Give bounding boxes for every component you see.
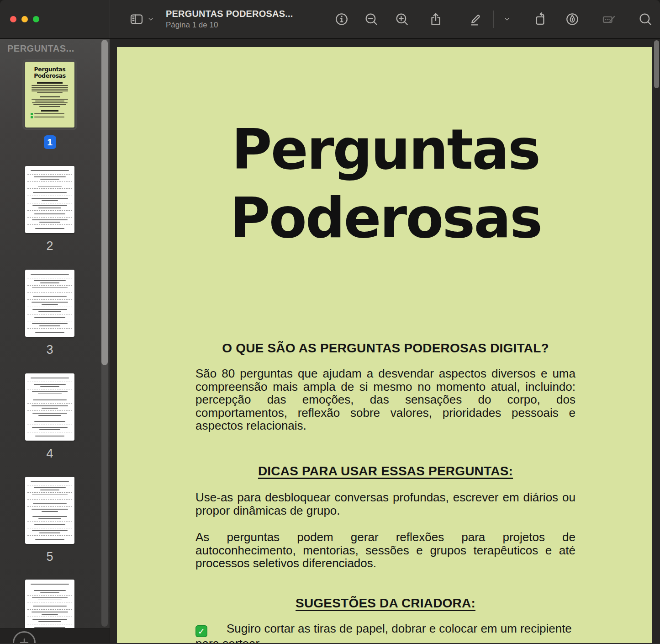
sidebar-chevron-down-icon[interactable]: [146, 9, 156, 29]
rotate-icon[interactable]: [533, 9, 549, 29]
selected-page-badge: 1: [44, 135, 56, 149]
pdf-page-1[interactable]: Perguntas Poderosas O QUE SÃO AS PERGUNT…: [117, 47, 652, 643]
sidebar-scrollbar-thumb[interactable]: [101, 40, 108, 365]
sidebar-bottom-bar: [0, 628, 110, 643]
section1-heading: O QUE SÃO AS PERGUNTAS PODEROSAS DIGITAL…: [195, 341, 576, 356]
title-group: PERGUNTAS PODEROSAS... Página 1 de 10: [166, 9, 293, 30]
page-indicator: Página 1 de 10: [166, 21, 293, 30]
zoom-in-icon[interactable]: [394, 9, 410, 29]
toolbar: PERGUNTAS PODEROSAS... Página 1 de 10: [110, 0, 660, 38]
page-main-title: Perguntas Poderosas: [195, 116, 576, 253]
section2-para1: Use-as para desbloquear conversas profun…: [195, 491, 576, 517]
share-icon[interactable]: [428, 9, 444, 29]
thumbnail-page-number: 5: [46, 550, 53, 564]
thumbnail-image-3: [25, 270, 74, 337]
suggestion-item: ✓Sugiro cortar as tiras de papel, dobrar…: [195, 622, 576, 643]
thumbnail-page-number: 4: [46, 447, 53, 461]
thumbnail-page-number: 2: [46, 239, 53, 253]
sidebar-toggle-icon[interactable]: [127, 9, 146, 29]
preview-window: PERGUNTAS PODEROSAS... Página 1 de 10 PE…: [0, 0, 660, 644]
document-viewer: Perguntas Poderosas O QUE SÃO AS PERGUNT…: [110, 39, 660, 643]
green-checkbox-icon: ✓: [195, 625, 207, 637]
zoom-traffic-light[interactable]: [33, 16, 39, 22]
sidebar-document-name: PERGUNTAS...: [7, 43, 74, 54]
main-scrollbar-thumb[interactable]: [654, 40, 659, 88]
thumbnail-page-number: 3: [46, 343, 53, 357]
thumbnail-image-2: [25, 166, 74, 233]
draw-pen-icon[interactable]: [565, 9, 580, 29]
titlebar: PERGUNTAS PODEROSAS... Página 1 de 10: [0, 0, 660, 39]
thumbnail-page-3[interactable]: 3: [0, 270, 100, 357]
section2-para2: As perguntas podem gerar reflexões para …: [195, 531, 576, 570]
toolbar-tools: [334, 9, 653, 29]
thumbnail-page-4[interactable]: 4: [0, 373, 100, 461]
close-traffic-light[interactable]: [10, 16, 16, 22]
thumbnail-sidebar: PERGUNTAS... Perguntas Poderosas123456: [0, 39, 110, 643]
window-content: PERGUNTAS... Perguntas Poderosas123456 P…: [0, 39, 660, 643]
document-title: PERGUNTAS PODEROSAS...: [166, 9, 293, 19]
search-icon[interactable]: [638, 9, 653, 29]
section3-heading: SUGESTÕES DA CRIADORA:: [195, 596, 576, 611]
info-icon[interactable]: [334, 9, 349, 29]
section2-heading: DICAS PARA USAR ESSAS PERGUNTAS:: [195, 463, 576, 479]
thumbnail-page-5[interactable]: 5: [0, 477, 100, 564]
thumbnail-page-2[interactable]: 2: [0, 166, 100, 253]
thumbnail-image-1: Perguntas Poderosas: [25, 62, 74, 128]
suggestion-text: Sugiro cortar as tiras de papel, dobrar …: [195, 622, 572, 643]
markup-pencil-icon[interactable]: [468, 9, 483, 29]
markup-chevron-icon[interactable]: [499, 9, 515, 29]
add-plus-icon[interactable]: [13, 631, 36, 643]
thumbnail-page-1[interactable]: Perguntas Poderosas1: [0, 59, 100, 149]
form-fill-icon[interactable]: [601, 9, 617, 29]
minimize-traffic-light[interactable]: [21, 16, 28, 22]
section1-body: São 80 perguntas que ajudam a desvendar …: [195, 367, 576, 432]
zoom-out-icon[interactable]: [364, 9, 379, 29]
traffic-lights: [0, 0, 110, 38]
thumbnail-image-4: [25, 373, 74, 441]
thumbnail-image-5: [25, 477, 74, 544]
toolbar-divider: [493, 11, 494, 28]
